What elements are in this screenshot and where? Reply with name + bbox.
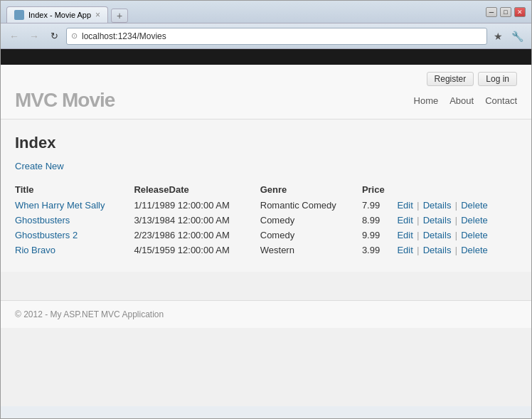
tab-favicon bbox=[14, 10, 24, 20]
action-details[interactable]: Details bbox=[423, 215, 452, 226]
table-body: When Harry Met Sally1/11/1989 12:00:00 A… bbox=[15, 198, 517, 258]
maximize-button[interactable]: □ bbox=[500, 7, 511, 17]
movie-release: 3/13/1984 12:00:00 AM bbox=[134, 213, 260, 228]
action-details[interactable]: Details bbox=[423, 200, 452, 211]
col-genre: Genre bbox=[260, 181, 362, 198]
nav-home[interactable]: Home bbox=[414, 95, 439, 106]
movie-actions: Edit | Details | Delete bbox=[397, 198, 517, 213]
movie-genre: Comedy bbox=[260, 213, 362, 228]
movie-actions: Edit | Details | Delete bbox=[397, 243, 517, 258]
address-lock-icon: ⊙ bbox=[71, 31, 78, 41]
action-separator: | bbox=[452, 216, 459, 226]
address-bar[interactable]: ⊙ localhost:1234/Movies bbox=[66, 28, 487, 45]
bookmark-icon[interactable]: ★ bbox=[491, 31, 505, 42]
window-controls: ─ □ ✕ bbox=[486, 7, 526, 17]
action-delete[interactable]: Delete bbox=[461, 215, 488, 226]
register-button[interactable]: Register bbox=[427, 72, 474, 86]
action-separator: | bbox=[415, 245, 422, 255]
col-actions bbox=[397, 181, 517, 198]
action-delete[interactable]: Delete bbox=[461, 230, 488, 240]
movie-genre: Comedy bbox=[260, 228, 362, 243]
action-delete[interactable]: Delete bbox=[461, 200, 488, 211]
tab-close-icon[interactable]: × bbox=[95, 10, 100, 20]
movie-release: 1/11/1989 12:00:00 AM bbox=[134, 198, 260, 213]
tab-title: Index - Movie App bbox=[28, 11, 91, 19]
header-top: Register Log in bbox=[15, 72, 517, 86]
action-edit[interactable]: Edit bbox=[397, 245, 413, 255]
browser-titlebar: Index - Movie App × + ─ □ ✕ bbox=[1, 1, 531, 23]
browser-tab[interactable]: Index - Movie App × bbox=[6, 6, 108, 23]
nav-contact[interactable]: Contact bbox=[485, 95, 517, 106]
action-separator: | bbox=[452, 245, 459, 255]
action-separator: | bbox=[415, 230, 422, 240]
movie-title[interactable]: Ghostbusters bbox=[15, 213, 134, 228]
browser-window: Index - Movie App × + ─ □ ✕ ← → ↻ ⊙ loca… bbox=[0, 0, 532, 419]
action-edit[interactable]: Edit bbox=[397, 215, 413, 226]
browser-toolbar: ← → ↻ ⊙ localhost:1234/Movies ★ 🔧 bbox=[1, 23, 531, 49]
movies-table: Title ReleaseDate Genre Price When Harry… bbox=[15, 181, 517, 258]
new-tab-button[interactable]: + bbox=[111, 9, 128, 23]
footer-text: © 2012 - My ASP.NET MVC Application bbox=[15, 309, 164, 319]
back-button[interactable]: ← bbox=[6, 28, 22, 44]
reload-button[interactable]: ↻ bbox=[46, 28, 62, 44]
movie-price: 3.99 bbox=[362, 243, 398, 258]
nav-about[interactable]: About bbox=[449, 95, 474, 106]
action-details[interactable]: Details bbox=[423, 230, 452, 240]
table-header: Title ReleaseDate Genre Price bbox=[15, 181, 517, 198]
movie-release: 2/23/1986 12:00:00 AM bbox=[134, 228, 260, 243]
action-separator: | bbox=[415, 216, 422, 226]
close-button[interactable]: ✕ bbox=[514, 7, 526, 17]
minimize-button[interactable]: ─ bbox=[486, 7, 497, 17]
movie-actions: Edit | Details | Delete bbox=[397, 213, 517, 228]
action-delete[interactable]: Delete bbox=[461, 245, 488, 255]
movie-title[interactable]: Rio Bravo bbox=[15, 243, 134, 258]
table-row: Ghostbusters 22/23/1986 12:00:00 AMComed… bbox=[15, 228, 517, 243]
tab-area: Index - Movie App × + bbox=[6, 1, 128, 23]
movie-title[interactable]: Ghostbusters 2 bbox=[15, 228, 134, 243]
address-url: localhost:1234/Movies bbox=[82, 31, 482, 41]
site-header: Register Log in MVC Movie Home About Con… bbox=[1, 65, 531, 120]
settings-icon[interactable]: 🔧 bbox=[509, 31, 526, 42]
table-row: Rio Bravo4/15/1959 12:00:00 AMWestern3.9… bbox=[15, 243, 517, 258]
site-title: MVC Movie bbox=[15, 89, 115, 112]
movie-price: 8.99 bbox=[362, 213, 398, 228]
login-button[interactable]: Log in bbox=[478, 72, 517, 86]
movie-genre: Western bbox=[260, 243, 362, 258]
movie-release: 4/15/1959 12:00:00 AM bbox=[134, 243, 260, 258]
action-details[interactable]: Details bbox=[423, 245, 452, 255]
forward-button[interactable]: → bbox=[26, 28, 42, 44]
action-separator: | bbox=[452, 201, 459, 211]
page-title: Index bbox=[15, 134, 517, 152]
create-new-link[interactable]: Create New bbox=[15, 161, 64, 171]
col-release: ReleaseDate bbox=[134, 181, 260, 198]
header-main: MVC Movie Home About Contact bbox=[15, 89, 517, 112]
site-nav: Home About Contact bbox=[414, 95, 517, 106]
movie-actions: Edit | Details | Delete bbox=[397, 228, 517, 243]
movie-price: 7.99 bbox=[362, 198, 398, 213]
action-separator: | bbox=[415, 201, 422, 211]
action-separator: | bbox=[452, 230, 459, 240]
table-row: When Harry Met Sally1/11/1989 12:00:00 A… bbox=[15, 198, 517, 213]
col-price: Price bbox=[362, 181, 398, 198]
movie-title[interactable]: When Harry Met Sally bbox=[15, 198, 134, 213]
site-footer: © 2012 - My ASP.NET MVC Application bbox=[1, 300, 531, 328]
black-bar bbox=[1, 49, 531, 65]
col-title: Title bbox=[15, 181, 134, 198]
action-edit[interactable]: Edit bbox=[397, 200, 413, 211]
app-content: Register Log in MVC Movie Home About Con… bbox=[1, 65, 531, 406]
movie-genre: Romantic Comedy bbox=[260, 198, 362, 213]
action-edit[interactable]: Edit bbox=[397, 230, 413, 240]
table-row: Ghostbusters3/13/1984 12:00:00 AMComedy8… bbox=[15, 213, 517, 228]
main-content: Index Create New Title ReleaseDate Genre… bbox=[1, 120, 531, 272]
movie-price: 9.99 bbox=[362, 228, 398, 243]
